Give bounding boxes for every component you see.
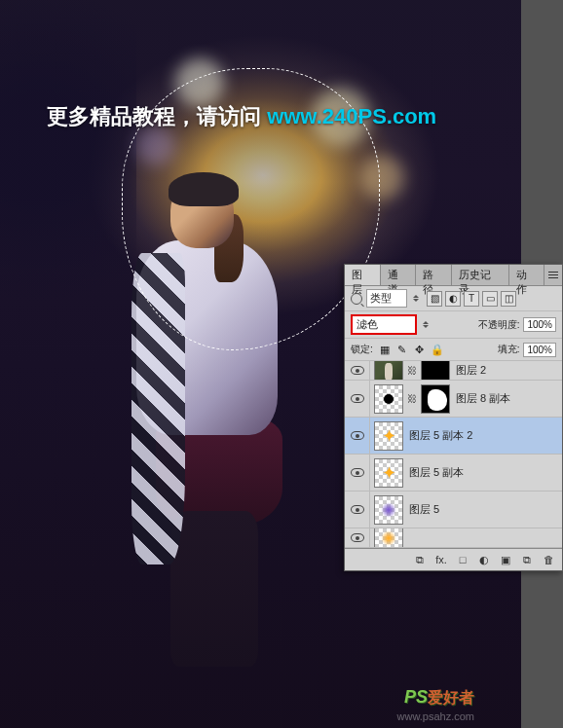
add-mask-button[interactable]: □ <box>453 552 472 567</box>
lock-icon-group: ▦ ✎ ✥ 🔒 <box>377 342 445 357</box>
thumbnail-content: ✦ <box>382 462 396 484</box>
trash-icon: 🗑 <box>544 554 554 565</box>
layer-thumbnail[interactable] <box>374 361 403 381</box>
layer-item[interactable]: 图层 5 <box>345 491 562 528</box>
panel-tabs: 图层 通道 路径 历史记录 动作 <box>345 265 562 286</box>
filter-adjustment-icon[interactable]: ◐ <box>445 291 461 307</box>
panel-menu-button[interactable] <box>544 265 562 285</box>
dropdown-caret-icon <box>411 292 421 305</box>
layer-name[interactable]: 图层 5 副本 <box>409 465 464 480</box>
figure-scarf <box>131 253 185 564</box>
eye-icon <box>351 505 364 514</box>
layer-thumbnail[interactable] <box>374 495 403 525</box>
tab-history[interactable]: 历史记录 <box>452 265 508 285</box>
filter-shape-icon[interactable]: ▭ <box>482 291 498 307</box>
thumbnail-content <box>381 530 396 546</box>
layer-name[interactable]: 图层 5 副本 2 <box>409 428 472 443</box>
mask-link-icon[interactable]: ⛓ <box>406 365 418 376</box>
layer-name[interactable]: 图层 8 副本 <box>456 391 510 406</box>
watermark-url: www.psahz.com <box>397 710 474 722</box>
adjustment-layer-button[interactable]: ◐ <box>474 552 494 567</box>
layers-list: ⛓ 图层 2 ⛓ 图层 8 副本 ✦ 图层 5 副本 2 <box>345 361 562 548</box>
filter-pixel-icon[interactable]: ▧ <box>427 291 442 307</box>
layer-filter-row: 类型 ▧ ◐ T ▭ ◫ <box>345 286 562 311</box>
fx-icon: fx. <box>435 554 447 565</box>
blend-mode-row: 滤色 不透明度: 100% <box>345 311 562 339</box>
layer-fx-button[interactable]: fx. <box>432 552 451 567</box>
visibility-toggle[interactable] <box>345 381 370 417</box>
bokeh-highlight <box>360 156 404 200</box>
tab-actions[interactable]: 动作 <box>509 265 545 285</box>
layer-item[interactable] <box>345 528 562 548</box>
lock-position-icon[interactable]: ✥ <box>412 342 428 357</box>
bokeh-highlight <box>136 127 175 165</box>
filter-smart-icon[interactable]: ◫ <box>501 291 516 307</box>
filter-icon-group: ▧ ◐ T ▭ ◫ <box>427 291 516 307</box>
visibility-toggle[interactable] <box>345 455 370 491</box>
eye-icon <box>351 533 364 542</box>
fill-input[interactable]: 100% <box>523 343 556 357</box>
adjust-icon: ◐ <box>479 554 489 566</box>
layer-item-selected[interactable]: ✦ 图层 5 副本 2 <box>345 418 562 455</box>
promo-link: www.240PS.com <box>267 104 436 128</box>
dropdown-caret-icon <box>421 318 431 331</box>
lock-pixels-icon[interactable]: ✎ <box>394 342 410 357</box>
opacity-input[interactable]: 100% <box>523 317 556 332</box>
layer-thumbnail[interactable]: ✦ <box>374 458 403 488</box>
layer-mask-thumbnail[interactable] <box>421 361 450 381</box>
link-layers-button[interactable]: ⧉ <box>410 552 430 567</box>
layer-thumbnail[interactable] <box>374 528 403 548</box>
blend-mode-dropdown[interactable]: 滤色 <box>351 314 417 335</box>
lock-all-icon[interactable]: 🔒 <box>430 342 445 357</box>
layers-panel: 图层 通道 路径 历史记录 动作 类型 ▧ ◐ T ▭ ◫ 滤色 不透明度: 1… <box>344 264 563 571</box>
layer-thumbnail[interactable]: ✦ <box>374 421 403 451</box>
tab-layers[interactable]: 图层 <box>345 265 381 285</box>
promo-text-cn: 更多精品教程，请访问 <box>47 104 267 128</box>
thumbnail-content: ✦ <box>382 425 396 447</box>
watermark-logo: PS爱好者 <box>404 687 474 709</box>
visibility-toggle[interactable] <box>345 528 370 547</box>
mask-icon: □ <box>460 554 467 565</box>
promo-overlay-text: 更多精品教程，请访问 www.240PS.com <box>47 102 436 131</box>
layer-thumbnail[interactable] <box>374 384 403 414</box>
thumbnail-content <box>384 394 394 404</box>
subject-figure <box>102 180 297 667</box>
fill-label: 填充: <box>498 343 520 356</box>
watermark-logo-prefix: PS <box>404 687 428 707</box>
search-icon <box>351 293 362 305</box>
layer-item[interactable]: ⛓ 图层 2 <box>345 361 562 381</box>
visibility-toggle[interactable] <box>345 361 370 380</box>
layer-item[interactable]: ✦ 图层 5 副本 <box>345 455 562 491</box>
watermark-logo-cn: 爱好者 <box>428 689 474 706</box>
lock-row: 锁定: ▦ ✎ ✥ 🔒 填充: 100% <box>345 339 562 361</box>
layer-name[interactable]: 图层 5 <box>409 502 439 517</box>
eye-icon <box>351 394 364 403</box>
lock-label: 锁定: <box>351 343 373 356</box>
mask-link-icon[interactable]: ⛓ <box>406 393 418 404</box>
new-group-button[interactable]: ▣ <box>496 552 515 567</box>
filter-type-icon[interactable]: T <box>464 291 479 307</box>
panel-footer: ⧉ fx. □ ◐ ▣ ⧉ 🗑 <box>345 548 562 570</box>
layer-mask-thumbnail[interactable] <box>421 384 450 414</box>
filter-type-dropdown[interactable]: 类型 <box>366 289 407 308</box>
visibility-toggle[interactable] <box>345 418 370 454</box>
figure-legs <box>170 511 258 667</box>
folder-icon: ▣ <box>501 554 510 566</box>
opacity-label: 不透明度: <box>478 318 520 332</box>
lock-transparency-icon[interactable]: ▦ <box>377 342 393 357</box>
bokeh-highlight <box>175 58 224 107</box>
layer-name[interactable]: 图层 2 <box>456 363 486 378</box>
visibility-toggle[interactable] <box>345 491 370 528</box>
layer-item[interactable]: ⛓ 图层 8 副本 <box>345 381 562 418</box>
thumbnail-content <box>381 502 396 518</box>
tab-paths[interactable]: 路径 <box>416 265 452 285</box>
eye-icon <box>351 468 364 477</box>
tab-channels[interactable]: 通道 <box>381 265 417 285</box>
delete-layer-button[interactable]: 🗑 <box>539 552 558 567</box>
eye-icon <box>351 431 364 440</box>
new-icon: ⧉ <box>523 554 531 566</box>
new-layer-button[interactable]: ⧉ <box>517 552 537 567</box>
figure-hat <box>169 172 239 206</box>
link-icon: ⧉ <box>416 554 424 566</box>
eye-icon <box>351 366 364 375</box>
